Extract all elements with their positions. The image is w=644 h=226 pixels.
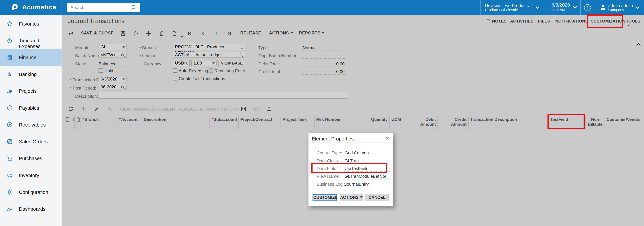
cancel-button[interactable]: CANCEL bbox=[366, 194, 388, 201]
sidebar-item-receivables[interactable]: Receivables bbox=[0, 116, 62, 133]
caret-down-icon[interactable] bbox=[179, 33, 183, 40]
acumatica-logo[interactable]: Acumatica bbox=[22, 4, 56, 11]
sidebar-item-dashboards[interactable]: Dashboards bbox=[0, 200, 62, 217]
attachment-column-icon[interactable] bbox=[69, 116, 74, 128]
lookup-icon[interactable] bbox=[121, 85, 125, 90]
branch-field[interactable]: PRODWHOLE - Products Wholesale bbox=[173, 44, 245, 50]
fit-width-icon[interactable] bbox=[240, 106, 246, 112]
auto-reversing-label: Auto Reversing bbox=[178, 68, 208, 73]
column-header-non-billable[interactable]: Non Billable bbox=[585, 116, 604, 128]
release-button[interactable]: RELEASE bbox=[240, 30, 261, 35]
lookup-icon[interactable] bbox=[239, 45, 244, 50]
module-select[interactable]: GL bbox=[98, 44, 127, 50]
note-column-icon[interactable] bbox=[74, 116, 80, 128]
column-header-debit-amount[interactable]: Debit Amount bbox=[408, 116, 437, 128]
help-icon[interactable]: ? bbox=[584, 4, 591, 11]
chevron-down-icon[interactable] bbox=[635, 6, 640, 10]
customize-button[interactable]: CUSTOMIZE bbox=[312, 194, 337, 201]
divider bbox=[308, 142, 393, 143]
underline bbox=[344, 156, 390, 156]
company-selector[interactable]: Revision Two Products Products Wholesale bbox=[485, 3, 529, 12]
reports-menu[interactable]: REPORTS bbox=[299, 30, 324, 35]
first-record-icon[interactable] bbox=[187, 30, 193, 37]
post-period-field[interactable]: 06-2020 bbox=[98, 84, 127, 90]
last-record-icon[interactable] bbox=[226, 30, 232, 37]
sidebar-item-favorites[interactable]: Favorites bbox=[0, 15, 62, 32]
sidebar-item-projects[interactable]: Projects bbox=[0, 82, 62, 99]
activities-link[interactable]: ACTIVITIES bbox=[510, 19, 534, 23]
view-base-button[interactable]: VIEW BASE bbox=[218, 60, 245, 66]
create-tax-checkbox[interactable] bbox=[173, 76, 178, 80]
lookup-icon[interactable] bbox=[184, 61, 188, 65]
sidebar-item-inventory[interactable]: Inventory bbox=[0, 167, 62, 184]
notes-icon[interactable] bbox=[486, 19, 491, 24]
column-header-branch[interactable]: *Branch bbox=[80, 116, 117, 128]
auto-reversing-checkbox[interactable] bbox=[173, 68, 178, 73]
tools-menu[interactable]: TOOLS bbox=[626, 19, 644, 28]
next-record-icon[interactable] bbox=[213, 30, 220, 37]
sidebar-item-banking[interactable]: $ Banking bbox=[0, 66, 62, 82]
batch-number-field[interactable]: <NEW> bbox=[98, 52, 127, 58]
search-input[interactable] bbox=[67, 3, 140, 12]
column-header-ref-number[interactable]: Ref. Number bbox=[314, 116, 365, 128]
column-header-description[interactable]: Description bbox=[142, 116, 209, 128]
caret-down-icon bbox=[291, 32, 293, 34]
divider bbox=[62, 0, 62, 15]
chevron-down-icon[interactable] bbox=[535, 6, 540, 10]
column-header-transaction-description[interactable]: Transaction Description bbox=[468, 116, 548, 128]
notifications-link[interactable]: NOTIFICATIONS bbox=[555, 19, 588, 23]
dialog-actions-button[interactable]: ACTIONS bbox=[340, 194, 363, 201]
currency-rate-field[interactable]: 1.00 bbox=[191, 60, 217, 66]
close-icon[interactable]: × bbox=[386, 135, 389, 141]
acumatica-logo-icon[interactable] bbox=[11, 3, 19, 12]
business-date-selector[interactable]: 6/3/2020 3:12 AM bbox=[552, 2, 570, 12]
column-header-uom[interactable]: UOM bbox=[389, 116, 408, 128]
save-icon[interactable] bbox=[120, 30, 126, 37]
user-menu[interactable]: admin admin Company bbox=[608, 3, 633, 12]
ledger-field[interactable]: ACTUAL - Actual Ledger bbox=[173, 52, 245, 58]
column-header-credit-amount[interactable]: Credit Amount bbox=[437, 116, 468, 128]
column-header-project-task[interactable]: Project Task bbox=[280, 116, 314, 128]
sidebar-item-payables[interactable]: Payables bbox=[0, 100, 62, 116]
edit-row-icon[interactable] bbox=[94, 106, 99, 112]
column-header-project-contract[interactable]: Project/Contract bbox=[238, 116, 280, 128]
delete-icon[interactable] bbox=[158, 30, 165, 37]
notes-link[interactable]: NOTES bbox=[492, 19, 507, 23]
upload-icon[interactable] bbox=[266, 106, 272, 111]
lookup-icon[interactable] bbox=[121, 53, 125, 58]
sidebar-item-sales-orders[interactable]: Sales Orders bbox=[0, 133, 62, 150]
copy-paste-icon[interactable] bbox=[171, 30, 178, 37]
save-close-button[interactable]: SAVE & CLOSE bbox=[81, 30, 114, 35]
hold-checkbox[interactable] bbox=[98, 68, 103, 73]
chevron-down-icon[interactable] bbox=[572, 6, 578, 10]
back-icon[interactable] bbox=[67, 31, 74, 37]
business-logic-value: JournalEntry bbox=[344, 182, 369, 186]
column-header-account[interactable]: *Account bbox=[117, 116, 142, 128]
column-header-customer-vendor[interactable]: Customer/Vendor bbox=[604, 116, 644, 128]
add-row-icon[interactable] bbox=[81, 106, 87, 112]
transaction-date-field[interactable]: 6/3/2020 bbox=[98, 76, 127, 82]
caret-down-icon bbox=[360, 196, 363, 198]
search-icon[interactable] bbox=[131, 4, 137, 10]
orig-batch-label: Orig. Batch Number: bbox=[258, 53, 298, 58]
collapse-form-icon[interactable] bbox=[636, 42, 641, 46]
files-link[interactable]: FILES bbox=[538, 19, 550, 23]
caret-down-icon bbox=[322, 32, 324, 34]
undo-icon[interactable] bbox=[132, 30, 138, 37]
user-icon[interactable] bbox=[600, 4, 607, 11]
sidebar-item-purchases[interactable]: Purchases bbox=[0, 150, 62, 167]
column-header-quantity[interactable]: Quantity bbox=[365, 116, 390, 128]
refresh-icon[interactable] bbox=[68, 106, 74, 112]
description-field[interactable] bbox=[98, 92, 347, 99]
divider bbox=[596, 0, 596, 15]
lookup-icon[interactable] bbox=[239, 53, 244, 58]
add-icon[interactable] bbox=[145, 30, 152, 37]
previous-record-icon[interactable] bbox=[200, 30, 206, 37]
actions-menu[interactable]: ACTIONS bbox=[269, 30, 293, 35]
row-settings-icon[interactable] bbox=[64, 116, 69, 128]
sidebar-item-configuration[interactable]: Configuration bbox=[0, 184, 62, 200]
column-header-subaccount[interactable]: *Subaccount bbox=[210, 116, 238, 128]
sidebar-item-time-and-expenses[interactable]: Time and Expenses bbox=[0, 32, 62, 49]
sidebar-item-finance[interactable]: Finance bbox=[0, 49, 62, 66]
currency-code-field[interactable]: USD bbox=[173, 60, 190, 66]
